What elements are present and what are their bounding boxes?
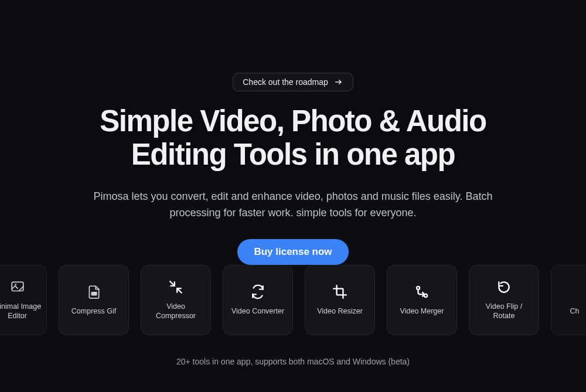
- tool-label: Video Converter: [227, 307, 289, 316]
- tool-label: Video Merger: [396, 307, 449, 316]
- roadmap-link[interactable]: Check out the roadmap: [233, 73, 353, 91]
- tool-card-compress-gif[interactable]: GIF Compress Gif: [59, 265, 129, 335]
- compress-icon: [168, 279, 184, 295]
- svg-point-2: [15, 284, 16, 286]
- convert-icon: [250, 284, 266, 300]
- hero-headline-line-2: Editing Tools in one app: [131, 138, 455, 171]
- hero-headline: Simple Video, Photo & Audio Editing Tool…: [100, 104, 486, 171]
- arrow-right-icon: [334, 77, 343, 87]
- buy-license-button[interactable]: Buy license now: [237, 239, 348, 265]
- crop-icon: [332, 284, 348, 300]
- roadmap-link-label: Check out the roadmap: [243, 77, 328, 87]
- tool-card-video-compressor[interactable]: Video Compressor: [141, 265, 211, 335]
- tool-label: Video Resizer: [312, 307, 367, 316]
- tool-card-video-converter[interactable]: Video Converter: [223, 265, 293, 335]
- tool-card-video-flip-rotate[interactable]: Video Flip / Rotate: [469, 265, 539, 335]
- svg-rect-1: [12, 282, 23, 291]
- buy-license-label: Buy license now: [254, 246, 332, 257]
- tool-card-video-resizer[interactable]: Video Resizer: [305, 265, 375, 335]
- tool-label: Ch: [565, 307, 584, 316]
- landing-hero: Check out the roadmap Simple Video, Phot…: [0, 0, 586, 392]
- tool-card-next[interactable]: Ch: [551, 265, 586, 335]
- gif-icon: GIF: [86, 284, 102, 300]
- svg-text:GIF: GIF: [91, 292, 96, 295]
- tool-label: Video Flip / Rotate: [469, 302, 539, 321]
- tools-carousel: Minimal Image Editor GIF Compress Gif: [0, 265, 586, 341]
- hero-subheadline: Pimosa lets you convert, edit and enhanc…: [76, 189, 510, 221]
- merge-icon: [414, 284, 430, 300]
- image-edit-icon: [9, 279, 26, 295]
- tool-label: Minimal Image Editor: [0, 302, 46, 321]
- tool-card-video-merger[interactable]: Video Merger: [387, 265, 457, 335]
- hero-headline-line-1: Simple Video, Photo & Audio: [100, 104, 486, 138]
- tool-card-minimal-image-editor[interactable]: Minimal Image Editor: [0, 265, 47, 335]
- tool-label: Compress Gif: [67, 307, 121, 316]
- tool-label: Video Compressor: [141, 302, 210, 321]
- tools-footnote: 20+ tools in one app, supports both macO…: [0, 357, 586, 366]
- rotate-icon: [496, 279, 512, 295]
- placeholder-icon: [567, 284, 583, 300]
